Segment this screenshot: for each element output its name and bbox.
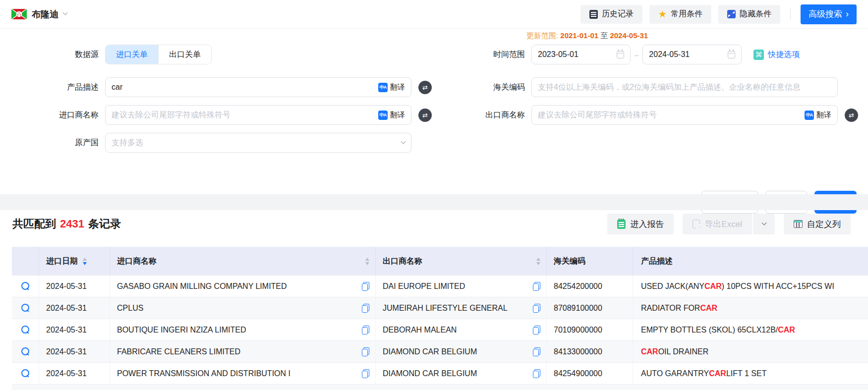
translate-button[interactable]: 翻译: [378, 111, 405, 120]
exporter-input[interactable]: [538, 111, 801, 119]
sort-desc-icon: [365, 262, 369, 265]
table-row[interactable]: 2024-05-31 FABRICARE CLEANERS LIMITED DI…: [12, 341, 868, 363]
star-icon: [658, 9, 667, 19]
export-excel-label: 导出Excel: [704, 219, 742, 230]
cell-exporter: JUMEIRAH LIFESTYLE GENERAL: [376, 297, 547, 319]
cell-import-date: 2024-05-31: [39, 341, 110, 362]
table-row[interactable]: 2024-05-31 POWER TRANSMISSION AND DISTRI…: [12, 363, 868, 385]
header-cell-exporter[interactable]: 出口商名称: [376, 247, 547, 276]
sort-icons[interactable]: [365, 258, 369, 265]
divider: [790, 8, 791, 20]
cell-import-date: 2024-05-31: [39, 297, 110, 319]
row-detail-search-icon[interactable]: [21, 369, 30, 378]
cell-hs-code: 84254900000: [547, 363, 633, 384]
data-source-label: 数据源: [6, 50, 105, 60]
update-range: 更新范围: 2021-01-01 至 2024-05-31: [526, 31, 648, 41]
export-excel-button[interactable]: 导出Excel: [683, 214, 752, 234]
header-label: 进口日期: [46, 256, 78, 267]
enter-report-button[interactable]: 进入报告: [607, 214, 674, 234]
hide-conditions-button[interactable]: 隐藏条件: [718, 5, 780, 24]
origin-row: 原产国 支持多选: [6, 133, 411, 153]
copy-icon[interactable]: [533, 369, 540, 378]
export-icon: [693, 220, 700, 228]
product-desc-input[interactable]: [112, 83, 374, 92]
date-range-label: 时间范围: [438, 50, 531, 60]
header-label: 海关编码: [554, 256, 585, 267]
table-row[interactable]: 2024-05-31 CPLUS JUMEIRAH LIFESTYLE GENE…: [12, 297, 868, 319]
origin-label: 原产国: [6, 138, 105, 148]
hs-code-input[interactable]: [538, 83, 831, 92]
origin-placeholder: 支持多选: [112, 138, 143, 148]
copy-icon[interactable]: [362, 304, 369, 313]
advanced-search-button[interactable]: 高级搜索: [801, 4, 857, 24]
advanced-search-label: 高级搜索: [809, 8, 842, 20]
translate-toggle-icon[interactable]: [418, 109, 432, 122]
exporter-input-wrap: 翻译: [531, 105, 838, 125]
copy-icon[interactable]: [362, 369, 369, 378]
hide-conditions-label: 隐藏条件: [740, 9, 771, 19]
history-label: 历史记录: [602, 9, 634, 19]
end-date-wrap: [642, 45, 742, 64]
table-row-partial: [12, 385, 868, 390]
translate-button[interactable]: 翻译: [378, 83, 405, 92]
favorites-label: 常用条件: [671, 9, 702, 19]
exporter-row: 出口商名称 翻译: [438, 105, 858, 125]
translate-label: 翻译: [390, 83, 405, 92]
row-detail-search-icon[interactable]: [21, 282, 30, 290]
country-selector[interactable]: 布隆迪: [11, 8, 67, 20]
header-cell-importer[interactable]: 进口商名称: [110, 247, 376, 276]
tab-export-declarations[interactable]: 出口关单: [158, 45, 211, 64]
enter-report-label: 进入报告: [630, 219, 664, 230]
header-cell-actions: [12, 247, 39, 276]
date-range-row: 时间范围 快捷选项: [438, 45, 800, 64]
copy-icon[interactable]: [533, 347, 540, 356]
start-date-input[interactable]: [538, 50, 613, 59]
table-header: 进口日期 进口商名称 出口商名称 海关编码 产品描述: [12, 247, 868, 276]
exporter-label: 出口商名称: [438, 110, 531, 120]
copy-icon[interactable]: [362, 326, 369, 334]
copy-icon[interactable]: [362, 347, 369, 356]
favorites-button[interactable]: 常用条件: [649, 5, 711, 24]
copy-icon[interactable]: [533, 304, 540, 313]
results-summary: 共匹配到2431条记录: [12, 217, 121, 231]
translate-toggle-icon[interactable]: [418, 81, 432, 94]
quick-options-link[interactable]: 快捷选项: [768, 50, 800, 60]
burundi-flag-icon: [11, 9, 27, 19]
cell-hs-code: 84133000000: [547, 341, 633, 362]
cell-importer: BOUTIQUE INGERI NZIZA LIMITED: [110, 319, 376, 340]
importer-input-wrap: 翻译: [105, 105, 411, 125]
translate-icon: [378, 111, 388, 120]
translate-toggle-icon[interactable]: [845, 109, 858, 122]
tab-import-declarations[interactable]: 进口关单: [106, 45, 158, 64]
copy-icon[interactable]: [362, 282, 369, 291]
sort-icons[interactable]: [83, 258, 87, 265]
chevron-down-icon: [401, 139, 406, 144]
translate-icon: [378, 83, 388, 92]
cell-importer: GASABO GRAIN MILLING COMPANY LIMITED: [110, 276, 376, 297]
copy-icon[interactable]: [533, 326, 540, 334]
row-detail-search-icon[interactable]: [21, 326, 30, 334]
copy-icon[interactable]: [533, 282, 540, 291]
customize-columns-button[interactable]: 自定义列: [784, 214, 851, 234]
origin-select[interactable]: 支持多选: [105, 133, 411, 153]
end-date-input[interactable]: [649, 50, 724, 59]
history-button[interactable]: 历史记录: [580, 5, 642, 24]
calendar-icon[interactable]: [617, 51, 624, 58]
table-row[interactable]: 2024-05-31 GASABO GRAIN MILLING COMPANY …: [12, 276, 868, 297]
header-cell-import-date[interactable]: 进口日期: [39, 247, 110, 276]
row-detail-search-icon[interactable]: [21, 347, 30, 356]
export-dropdown-button[interactable]: [753, 214, 775, 234]
importer-input[interactable]: [112, 111, 374, 119]
country-name: 布隆迪: [32, 8, 58, 20]
translate-button[interactable]: 翻译: [805, 111, 831, 120]
product-desc-row: 产品描述 翻译: [6, 77, 432, 97]
calendar-icon[interactable]: [728, 51, 735, 58]
results-header: 共匹配到2431条记录 进入报告 导出Excel 自定义列: [12, 213, 851, 235]
cell-actions: [12, 363, 39, 384]
cell-actions: [12, 341, 39, 362]
cell-exporter: DEBORAH MALEAN: [376, 319, 547, 340]
table-row[interactable]: 2024-05-31 BOUTIQUE INGERI NZIZA LIMITED…: [12, 319, 868, 341]
sort-icons[interactable]: [536, 258, 540, 265]
row-detail-search-icon[interactable]: [21, 304, 30, 312]
cell-exporter: DAI EUROPE LIMITED: [376, 276, 547, 297]
